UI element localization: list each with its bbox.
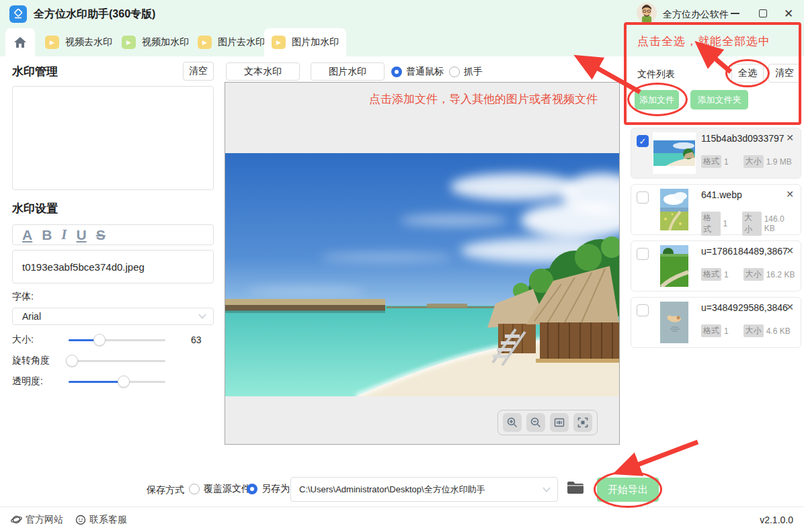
watermark-clear-button[interactable]: 清空 [183,62,214,81]
file-name: 641.webp [701,189,742,200]
strikethrough-button[interactable]: S [96,227,106,243]
remove-file-icon[interactable]: ✕ [786,245,794,256]
file-thumbnail [653,132,696,174]
file-name: u=3484929586,3846 [701,302,788,313]
remove-file-icon[interactable]: ✕ [786,189,794,200]
title-bar: 全方位水印助手(360专版) 全方位办公软件 ✕ [0,0,804,28]
zoom-in-button[interactable] [503,413,522,432]
support-icon [75,515,86,525]
watermark-panel: 水印管理 清空 水印设置 A B I U S t0193e3abf5bce374… [12,62,214,388]
overwrite-source-radio[interactable]: 覆盖源文件 [189,483,251,495]
preview-image[interactable] [225,153,619,396]
app-title: 全方位水印助手(360专版) [34,7,155,21]
fit-screen-button[interactable] [573,413,592,432]
watermark-text-input[interactable]: t0193e3abf5bce374d0.jpeg [12,250,214,283]
remove-file-icon[interactable]: ✕ [786,132,794,143]
zoom-out-button[interactable] [526,413,545,432]
zoom-out-icon [530,417,541,428]
watermark-list-box[interactable] [12,86,214,190]
home-icon [13,36,27,48]
user-avatar[interactable] [637,3,657,23]
actual-size-button[interactable] [550,413,569,432]
checkbox-checked-icon[interactable]: ✓ [637,135,649,147]
file-list-clear-button[interactable]: 清空 [768,64,801,83]
font-select[interactable]: Arial [12,308,214,325]
size-tag: 大小 [743,268,764,281]
normal-mouse-radio[interactable]: 普通鼠标 [391,66,444,78]
version-label: v2.1.0.0 [760,515,793,525]
save-as-radio[interactable]: 另存为 [247,483,290,495]
contact-support-link[interactable]: 联系客服 [75,514,127,526]
hand-tool-radio[interactable]: 抓手 [449,66,483,78]
minimize-icon [731,13,739,14]
font-color-button[interactable]: A [22,227,32,243]
preview-canvas[interactable]: 点击添加文件，导入其他的图片或者视频文件 [225,82,620,445]
watermark-settings-title: 水印设置 [12,201,214,216]
add-file-button[interactable]: 添加文件 [635,90,679,109]
size-value: 63 [191,335,202,345]
app-logo-icon [9,5,27,23]
add-folder-button[interactable]: 添加文件夹 [690,90,748,109]
opacity-slider[interactable] [69,381,165,383]
save-mode-label: 保存方式 [147,484,184,496]
checkbox-icon[interactable] [637,304,649,316]
close-button[interactable]: ✕ [780,5,797,21]
file-item[interactable]: u=3484929586,3846 ✕ 格式 1 大小 4.6 KB [631,297,801,348]
maximize-button[interactable] [754,5,772,21]
remove-file-icon[interactable]: ✕ [786,302,794,312]
file-name: 115b4ab3d0933797 [701,133,785,144]
official-website-link[interactable]: 官方网站 [11,514,63,526]
file-list-title: 文件列表 [637,69,675,81]
bold-button[interactable]: B [42,227,52,243]
file-item[interactable]: u=1786184489,3867 ✕ 格式 1 大小 16.2 KB [631,240,801,292]
size-slider[interactable] [69,339,165,341]
text-style-toolbar: A B I U S [12,224,214,245]
format-tag: 格式 [701,212,721,236]
planet-icon [11,515,22,525]
add-file-hint-text: 点击添加文件，导入其他的图片或者视频文件 [369,91,598,107]
checkbox-icon[interactable] [637,191,649,204]
image-watermark-button[interactable]: 图片水印 [311,62,385,81]
opacity-label: 透明度: [12,375,50,388]
radio-selected-icon [391,66,402,77]
zoom-toolbar [497,410,598,435]
tab-image-add-watermark[interactable]: ▶ 图片加水印 [264,28,346,56]
format-tag: 格式 [701,155,721,168]
italic-button[interactable]: I [61,226,67,243]
save-path-value: C:\Users\Administrator\Desktop\全方位水印助手 [299,484,485,496]
one-to-one-icon [554,417,565,428]
text-watermark-button[interactable]: 文本水印 [226,62,300,81]
tab-home[interactable] [5,28,35,56]
checkbox-icon[interactable] [637,248,649,260]
video-icon: ▶ [122,36,136,49]
fit-screen-icon [577,417,588,428]
rotate-label: 旋转角度 [12,355,50,367]
file-item[interactable]: ✓ 115b4ab3d0933797 ✕ 格式 1 大小 1.9 MB [631,128,801,179]
folder-icon [567,480,584,495]
file-item[interactable]: 641.webp ✕ 格式 1 大小 146.0 KB [631,184,801,235]
close-icon: ✕ [784,7,793,21]
size-tag: 大小 [742,212,762,236]
size-label: 大小: [12,334,50,346]
size-tag: 大小 [743,155,764,168]
rotate-slider[interactable] [69,360,165,362]
tab-image-remove-watermark[interactable]: ▶ 图片去水印 [192,28,271,56]
chevron-down-icon [542,487,551,492]
footer: 官方网站 联系客服 v2.1.0.0 [0,506,804,532]
minimize-button[interactable] [726,5,743,21]
tab-video-add-watermark[interactable]: ▶ 视频加水印 [116,28,195,56]
file-thumbnail [653,189,696,230]
brand-label: 全方位办公软件 [663,9,729,21]
save-path-select[interactable]: C:\Users\Administrator\Desktop\全方位水印助手 [290,477,558,502]
browse-folder-button[interactable] [567,480,584,498]
select-all-button[interactable]: 全选 [731,64,764,83]
start-export-button[interactable]: 开始导出 [597,478,659,502]
font-label: 字体: [12,291,214,303]
radio-selected-icon [247,484,257,494]
file-thumbnail [653,245,696,287]
app-window: 全方位水印助手(360专版) 全方位办公软件 ✕ ▶ [0,0,804,532]
tab-video-remove-watermark[interactable]: ▶ 视频去水印 [39,28,118,56]
file-name: u=1786184489,3867 [701,246,788,257]
size-tag: 大小 [743,324,764,337]
underline-button[interactable]: U [77,227,87,243]
